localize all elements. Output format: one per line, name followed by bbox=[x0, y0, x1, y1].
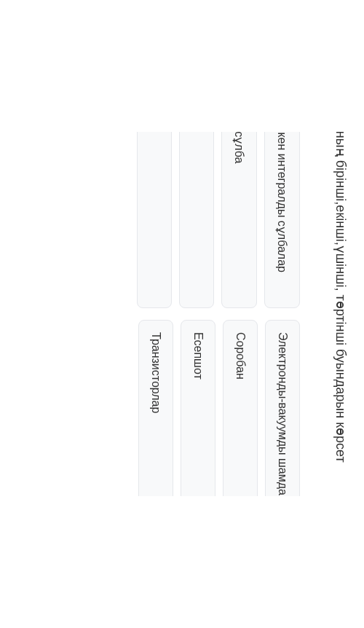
option-item[interactable]: Есепшот bbox=[181, 320, 215, 496]
option-item[interactable]: Соробан bbox=[223, 320, 258, 496]
option-item[interactable]: Интегралды микросұлба bbox=[221, 132, 257, 308]
right-column: Электронды-вакуумды шамдар Соробан Есепш… bbox=[65, 320, 300, 496]
left-column: Үлкен және өте үлкен интегралды сұлбалар… bbox=[65, 132, 300, 308]
option-item[interactable]: Абак bbox=[179, 132, 214, 308]
options-columns: Үлкен және өте үлкен интегралды сұлбалар… bbox=[65, 132, 300, 496]
option-item[interactable]: Үлкен және өте үлкен интегралды сұлбалар bbox=[264, 132, 300, 308]
answer-count-label: Дұрыс жауап саны: 4 bbox=[312, 132, 325, 496]
footer: ← Артқа bbox=[15, 132, 50, 496]
option-item[interactable]: Электронды-вакуумды шамдар bbox=[265, 320, 300, 496]
option-item[interactable]: Транзисторлар bbox=[138, 320, 173, 496]
question-text: Есептеуіш техниканың бірінші,екінші,үшін… bbox=[331, 132, 349, 496]
option-item[interactable]: Суаньпань bbox=[137, 132, 172, 308]
